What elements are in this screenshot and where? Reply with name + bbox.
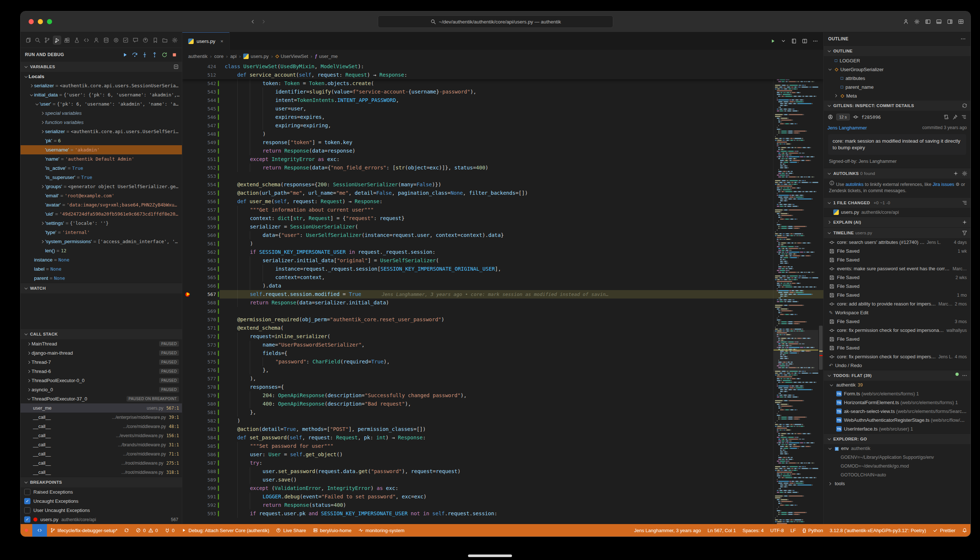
twistie-icon[interactable] — [40, 129, 45, 134]
timeline-item[interactable]: core: fix permission check for scoped im… — [824, 326, 970, 335]
explorer-go-item[interactable]: ▣env authentik — [824, 444, 970, 453]
variable-row[interactable]: 'user'={'pk': 6, 'username': 'akadmin', … — [20, 99, 182, 108]
code-line-554[interactable]: 554@extend_schema(responses={200: Sessio… — [182, 180, 823, 189]
thread-row[interactable]: asyncio_0PAUSED — [20, 385, 182, 394]
section-header-watch[interactable]: WATCH — [20, 283, 182, 293]
variable-row[interactable]: special variables — [20, 108, 182, 118]
more-actions-icon[interactable] — [960, 36, 966, 42]
section-header-outline[interactable]: OUTLINE — [824, 45, 970, 56]
code-line-588[interactable]: 588user.set_password(request.data.get("p… — [182, 467, 823, 476]
outline-item[interactable]: ◇UserGroupSerializer — [824, 65, 970, 74]
zoom-window-button[interactable] — [47, 19, 52, 24]
status-eol[interactable]: LF — [787, 524, 799, 537]
split-editor-button[interactable] — [802, 38, 808, 44]
variable-row[interactable]: 'type'='internal' — [20, 228, 182, 237]
line-number-gutter[interactable]: 575 — [182, 358, 220, 366]
line-number-gutter[interactable]: 585 — [182, 442, 220, 450]
line-number-gutter[interactable]: 582 — [182, 417, 220, 425]
line-number-gutter[interactable]: 559 — [182, 223, 220, 231]
code-line-553[interactable]: 553 — [182, 172, 823, 180]
twistie-icon[interactable] — [29, 92, 34, 98]
autolinks-link[interactable]: autolinks — [845, 182, 863, 187]
activity-item-project-manager[interactable] — [161, 35, 170, 45]
close-tab-icon[interactable]: × — [220, 38, 223, 44]
minimize-window-button[interactable] — [38, 19, 43, 24]
breadcrumb-item[interactable]: users.py — [243, 53, 268, 59]
breakpoint-checkbox[interactable] — [24, 489, 30, 495]
status-git-branch[interactable]: lifecycle/fix-debugger-setup* — [47, 524, 121, 537]
code-line-566[interactable]: 566).data — [182, 282, 823, 290]
breakpoint-checkbox[interactable] — [24, 507, 30, 513]
thread-row[interactable]: Thread-7PAUSED — [20, 358, 182, 367]
line-number-gutter[interactable]: 589 — [182, 476, 220, 484]
step-over-button[interactable] — [132, 52, 138, 58]
section-header-explorer-go[interactable]: EXPLORER: GO — [824, 433, 970, 444]
section-header-call-stack[interactable]: CALL STACK — [20, 328, 182, 339]
run-dropdown-button[interactable] — [780, 38, 787, 44]
outline-item[interactable]: □LOGGER — [824, 56, 970, 65]
close-window-button[interactable] — [28, 19, 34, 24]
stack-frame-row[interactable]: user_meusers.py567:1 — [20, 403, 182, 413]
section-header-explain-ai[interactable]: EXPLAIN (AI) — [824, 217, 970, 227]
timeline-item[interactable]: ✎Workspace Edit — [824, 308, 970, 317]
variable-row[interactable]: function variables — [20, 118, 182, 127]
twistie-icon[interactable] — [23, 74, 28, 79]
twistie-icon[interactable] — [40, 111, 45, 116]
twistie-icon[interactable] — [27, 342, 32, 347]
back-button[interactable] — [250, 19, 256, 25]
code-line-578[interactable]: 578responses={ — [182, 383, 823, 391]
breakpoint-row[interactable]: ✓users.pyauthentik/core/api567 — [20, 515, 182, 524]
code-line-567[interactable]: 567self.request.session.modified = TrueJ… — [182, 290, 823, 298]
line-number-gutter[interactable]: 591 — [182, 493, 220, 501]
variable-row[interactable]: initial_data={'user': {'pk': 6, 'usernam… — [20, 90, 182, 99]
layout-sidebar-left-icon[interactable] — [925, 19, 931, 25]
activity-item-search[interactable] — [33, 35, 42, 45]
code-line-573[interactable]: 573name="UserPasswordSetSerializer", — [182, 341, 823, 349]
forward-button[interactable] — [261, 19, 267, 25]
line-number-gutter[interactable]: 565 — [182, 273, 220, 282]
status-blame[interactable]: Jens Langhammer, 3 years ago — [631, 524, 704, 537]
code-line-552[interactable]: 552return Response(data={"non_field_erro… — [182, 163, 823, 172]
code-line-572[interactable]: 572request=inline_serializer( — [182, 332, 823, 341]
todo-file-row[interactable]: TSForm.ts (web/src/elements/forms) 1 — [824, 390, 970, 398]
code-line-576[interactable]: 576}, — [182, 366, 823, 375]
section-header-breakpoints[interactable]: BREAKPOINTS — [20, 477, 182, 487]
activity-item-todo-tree[interactable] — [122, 35, 130, 45]
activity-item-run-and-debug[interactable] — [53, 35, 61, 45]
variable-row[interactable]: 'is_superuser'=True — [20, 173, 182, 182]
layout-panel-icon[interactable] — [936, 19, 942, 25]
section-header-timeline[interactable]: TIMELINEusers.py — [824, 227, 970, 238]
view-options-icon[interactable] — [962, 200, 968, 206]
line-number-gutter[interactable]: 553 — [182, 172, 220, 180]
code-line-548[interactable]: 548) — [182, 130, 823, 138]
activity-item-database[interactable] — [102, 35, 110, 45]
twistie-icon[interactable] — [27, 397, 32, 402]
line-number-gutter[interactable]: 583 — [182, 425, 220, 433]
activity-item-explorer[interactable] — [23, 35, 32, 45]
section-header-autolinks[interactable]: AUTOLINKS0 found — [824, 168, 970, 178]
continue-button[interactable] — [122, 52, 128, 58]
code-line-547[interactable]: 547expiring=expiring, — [182, 122, 823, 130]
variable-row[interactable]: 'groups'=<generator object UserSelfSeria… — [20, 182, 182, 191]
code-line-424[interactable]: 424class UserViewSet(UsedByMixin, ModelV… — [182, 62, 823, 71]
variable-row[interactable]: 'is_active'=True — [20, 163, 182, 173]
twistie-icon[interactable] — [827, 67, 833, 72]
todo-file-row[interactable]: TSak-search-select-view.ts (web/src/elem… — [824, 407, 970, 416]
code-line-555[interactable]: 555@action(url_path="me", url_name="me",… — [182, 189, 823, 197]
code-line-561[interactable]: 561) — [182, 240, 823, 248]
section-header-gitlens-inspect-commit-details[interactable]: GITLENS: INSPECT: COMMIT DETAILS — [824, 100, 970, 111]
commit-sha[interactable]: f285096 — [862, 114, 881, 120]
code-line-557[interactable]: 557"""Get information about current user… — [182, 206, 823, 214]
code-line-565[interactable]: 565context=context, — [182, 273, 823, 282]
line-number-gutter[interactable]: 584 — [182, 433, 220, 442]
line-number-gutter[interactable]: 546 — [182, 113, 220, 122]
timeline-item[interactable]: core: fix permission check for scoped im… — [824, 352, 970, 361]
code-line-582[interactable]: 582) — [182, 417, 823, 425]
variable-row[interactable]: Locals — [20, 72, 182, 81]
collapse-all-icon[interactable] — [173, 64, 179, 70]
status-remote[interactable] — [32, 524, 47, 537]
twistie-icon[interactable] — [27, 369, 32, 374]
line-number-gutter[interactable]: 567 — [182, 290, 220, 298]
twistie-icon[interactable] — [27, 387, 32, 392]
variable-row[interactable]: 'system_permissions'=['access_admin_inte… — [20, 237, 182, 246]
